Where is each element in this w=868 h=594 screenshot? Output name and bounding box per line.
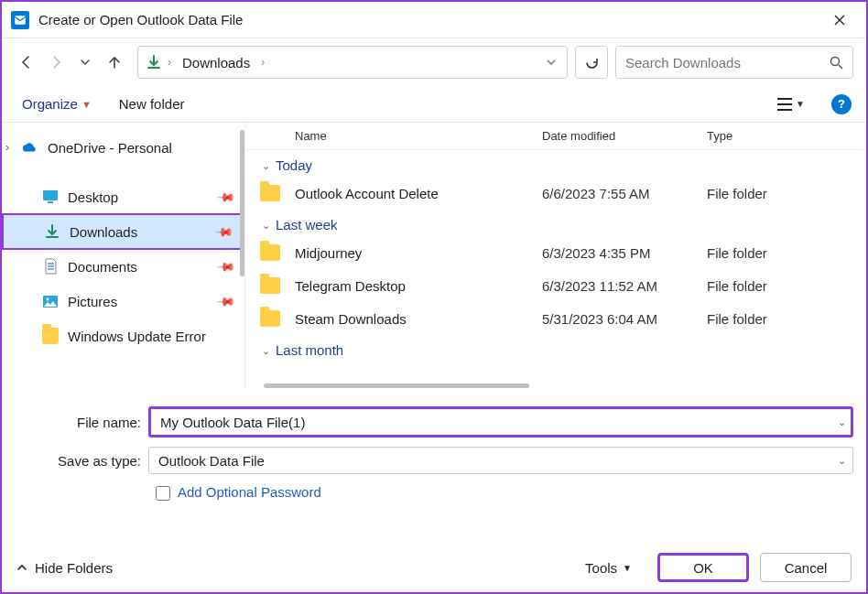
svg-rect-2 <box>43 190 58 200</box>
sidebar-item-pictures[interactable]: Pictures 📌 <box>2 284 244 319</box>
filename-label: File name: <box>15 415 148 430</box>
group-header[interactable]: ⌄Last month <box>245 335 866 362</box>
search-box[interactable] <box>615 46 853 79</box>
documents-icon <box>42 258 59 275</box>
file-row[interactable]: Midjourney6/3/2023 4:35 PMFile folder <box>245 236 866 269</box>
navigation-pane: › OneDrive - Personal Desktop 📌 Download… <box>2 123 245 390</box>
title-bar: Create or Open Outlook Data File <box>2 2 866 38</box>
pin-icon: 📌 <box>214 221 234 242</box>
file-date: 6/3/2023 4:35 PM <box>542 245 707 261</box>
new-folder-label: New folder <box>119 96 185 112</box>
svg-rect-3 <box>48 201 53 203</box>
filename-input[interactable] <box>148 406 853 437</box>
forward-button[interactable] <box>44 49 68 75</box>
downloads-icon <box>44 223 60 240</box>
sidebar-item-windows-update-error[interactable]: Windows Update Error <box>2 319 244 353</box>
sidebar-item-downloads[interactable]: Downloads 📌 <box>2 213 244 250</box>
sidebar-item-onedrive[interactable]: › OneDrive - Personal <box>2 130 244 165</box>
pin-icon: 📌 <box>216 291 236 311</box>
view-options-button[interactable]: ▼ <box>776 92 806 117</box>
file-row[interactable]: Telegram Desktop6/3/2023 11:52 AMFile fo… <box>245 269 866 302</box>
recent-locations-button[interactable] <box>73 49 97 75</box>
back-button[interactable] <box>15 49 38 75</box>
refresh-button[interactable] <box>575 46 608 79</box>
add-optional-password-label: Add Optional Password <box>178 483 321 502</box>
desktop-icon <box>42 189 59 205</box>
group-header[interactable]: ⌄Last week <box>245 210 866 236</box>
group-header[interactable]: ⌄Today <box>245 150 866 177</box>
address-bar[interactable]: › Downloads › <box>137 46 568 79</box>
new-folder-button[interactable]: New folder <box>114 92 190 115</box>
search-input[interactable] <box>625 55 830 70</box>
chevron-down-icon: ▼ <box>81 99 92 110</box>
main-split: › OneDrive - Personal Desktop 📌 Download… <box>2 123 866 390</box>
file-row[interactable]: Outlook Account Delete6/6/2023 7:55 AMFi… <box>245 177 866 210</box>
close-button[interactable] <box>819 6 861 34</box>
file-name: Outlook Account Delete <box>295 186 542 201</box>
sidebar-item-label: Downloads <box>70 224 137 240</box>
column-type[interactable]: Type <box>707 129 866 143</box>
organize-menu[interactable]: Organize ▼ <box>16 92 97 115</box>
cancel-button[interactable]: Cancel <box>760 553 852 582</box>
file-type: File folder <box>707 186 866 201</box>
svg-point-1 <box>831 57 840 65</box>
sidebar-item-desktop[interactable]: Desktop 📌 <box>2 179 244 214</box>
breadcrumb-downloads[interactable]: Downloads <box>177 51 255 74</box>
up-button[interactable] <box>103 49 126 75</box>
file-date: 6/6/2023 7:55 AM <box>542 186 707 201</box>
file-date: 5/31/2023 6:04 AM <box>542 311 707 327</box>
chevron-right-icon: › <box>168 56 171 69</box>
nav-arrows <box>15 49 126 75</box>
file-type: File folder <box>707 245 866 261</box>
tools-menu[interactable]: Tools ▼ <box>585 560 632 576</box>
sidebar-item-label: Pictures <box>68 294 117 309</box>
file-name: Steam Downloads <box>295 311 542 327</box>
downloads-location-icon <box>146 54 162 70</box>
address-dropdown-button[interactable] <box>543 54 559 70</box>
file-date: 6/3/2023 11:52 AM <box>542 278 707 294</box>
add-optional-password-checkbox[interactable] <box>156 486 170 501</box>
chevron-down-icon: ▼ <box>623 563 632 573</box>
sidebar-scrollbar[interactable] <box>240 123 244 390</box>
sidebar-item-label: Desktop <box>68 189 118 205</box>
save-panel: File name: ⌄ Save as type: ⌄ Add Optiona… <box>2 390 866 507</box>
column-name[interactable]: Name <box>245 129 542 143</box>
folder-icon <box>245 277 295 294</box>
sidebar-item-documents[interactable]: Documents 📌 <box>2 249 244 284</box>
organize-label: Organize <box>22 96 78 112</box>
pin-icon: 📌 <box>216 256 236 276</box>
saveastype-label: Save as type: <box>15 453 148 469</box>
sidebar-item-label: OneDrive - Personal <box>48 140 172 156</box>
help-button[interactable]: ? <box>831 94 852 114</box>
folder-icon <box>245 185 295 201</box>
file-row[interactable]: Steam Downloads5/31/2023 6:04 AMFile fol… <box>245 302 866 335</box>
file-type: File folder <box>707 278 866 294</box>
hide-folders-button[interactable]: Hide Folders <box>16 560 113 576</box>
chevron-right-icon: › <box>261 56 265 69</box>
svg-point-5 <box>47 297 49 300</box>
chevron-down-icon: ▼ <box>796 99 805 109</box>
chevron-up-icon <box>16 562 27 573</box>
folder-icon <box>245 244 295 261</box>
footer-bar: Hide Folders Tools ▼ OK Cancel <box>4 545 864 590</box>
pin-icon: 📌 <box>216 187 236 207</box>
column-date[interactable]: ⌄ Date modified <box>542 129 707 143</box>
onedrive-icon <box>22 139 38 156</box>
folder-icon <box>245 310 295 327</box>
window-title: Create or Open Outlook Data File <box>38 12 819 27</box>
toolbar: Organize ▼ New folder ▼ ? <box>2 86 866 123</box>
column-headers: Name ⌄ Date modified Type <box>245 123 866 150</box>
pictures-icon <box>42 293 59 309</box>
outlook-app-icon <box>11 11 29 29</box>
search-icon <box>830 56 843 70</box>
folder-icon <box>42 328 59 344</box>
navigation-bar: › Downloads › <box>2 38 866 86</box>
file-type: File folder <box>707 311 866 327</box>
file-name: Telegram Desktop <box>295 278 542 294</box>
file-list: Name ⌄ Date modified Type ⌄TodayOutlook … <box>245 123 866 390</box>
ok-button[interactable]: OK <box>657 553 749 582</box>
chevron-down-icon: ⌄ <box>262 345 270 357</box>
horizontal-scrollbar[interactable] <box>264 383 853 388</box>
saveastype-select[interactable] <box>148 447 853 474</box>
chevron-right-icon: › <box>5 141 9 154</box>
